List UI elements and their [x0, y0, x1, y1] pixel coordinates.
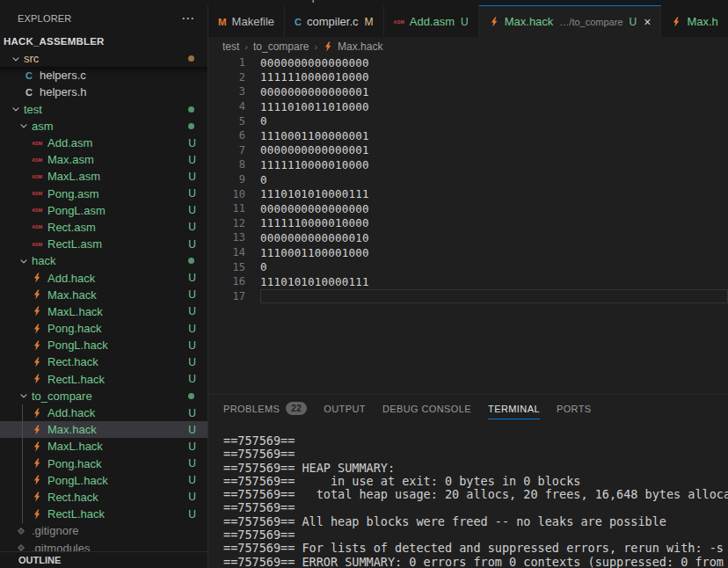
git-status-badge: U [188, 508, 196, 521]
line-text: 0000000000000000 [260, 55, 728, 70]
menu-view[interactable]: View [108, 0, 151, 5]
file-max-hack[interactable]: Max.hackU [0, 287, 207, 303]
code-line-8[interactable]: 81111110000010000 [208, 157, 728, 172]
panel-tab-label: DEBUG CONSOLE [382, 404, 471, 414]
file-rect-hack[interactable]: Rect.hackU [0, 489, 207, 506]
terminal-line: ==757569== total heap usage: 20 allocs, … [223, 488, 728, 501]
line-number: 13 [208, 231, 245, 244]
file-pongl-asm[interactable]: ASMPongL.asmU [0, 202, 207, 219]
file-gitignore[interactable]: .gitignore [0, 522, 207, 539]
code-line-1[interactable]: 10000000000000000 [208, 55, 728, 70]
file-max-asm[interactable]: ASMMax.asmU [0, 151, 207, 168]
git-status-badge: U [188, 154, 196, 166]
code-line-9[interactable]: 90 [208, 172, 728, 187]
file-maxl-hack[interactable]: MaxL.hackU [0, 303, 207, 320]
code-line-3[interactable]: 30000000000000001 [208, 84, 728, 99]
code-line-16[interactable]: 161110101010000111 [208, 274, 728, 289]
tab-add-asm[interactable]: ASMAdd.asmU [384, 5, 479, 37]
panel-tab-output[interactable]: OUTPUT [324, 395, 366, 422]
breadcrumb-separator: › [314, 41, 317, 52]
tree-item-label: MaxL.asm [47, 170, 100, 183]
tab-max-hack[interactable]: Max.hack…/to_compareU× [479, 5, 662, 37]
breadcrumb-item-test[interactable]: test [222, 40, 239, 53]
editor-content[interactable]: 1000000000000000021111110000010000300000… [208, 55, 728, 394]
file-pong-hack[interactable]: Pong.hackU [0, 320, 207, 337]
code-line-7[interactable]: 70000000000000001 [208, 143, 728, 158]
tree-item-label: MaxL.hack [47, 305, 103, 318]
code-line-17[interactable]: 17 [208, 289, 728, 304]
file-pong-hack[interactable]: Pong.hackU [0, 455, 207, 472]
menu-go[interactable]: Go [151, 0, 186, 5]
file-pongl-hack[interactable]: PongL.hackU [0, 472, 207, 489]
file-add-asm[interactable]: ASMAdd.asmU [0, 135, 207, 151]
tab-compiler-c[interactable]: Ccompiler.cM [285, 5, 383, 37]
code-line-13[interactable]: 130000000000000010 [208, 230, 728, 245]
bottom-panel: PROBLEMS22OUTPUTDEBUG CONSOLETERMINALPOR… [208, 394, 728, 568]
tab-git-state: U [630, 16, 637, 28]
file-rect-asm[interactable]: ASMRect.asmU [0, 219, 207, 236]
menu-help[interactable]: Help [286, 0, 328, 5]
tab-label: compiler.c [307, 15, 359, 28]
git-status-badge: U [188, 137, 196, 149]
menu-terminal[interactable]: Terminal [225, 0, 286, 5]
file-rectl-asm[interactable]: ASMRectL.asmU [0, 236, 207, 252]
file-maxl-asm[interactable]: ASMMaxL.asmU [0, 168, 207, 185]
panel-tab-terminal[interactable]: TERMINAL [488, 395, 540, 422]
file-add-hack[interactable]: Add.hackU [0, 404, 207, 421]
file-maxl-hack[interactable]: MaxL.hackU [0, 438, 207, 455]
tab-max-h[interactable]: Max.h [661, 5, 728, 37]
ellipsis-icon[interactable]: ⋯ [181, 11, 195, 26]
asm-icon: ASM [32, 141, 42, 146]
code-line-6[interactable]: 61110001100000001 [208, 128, 728, 143]
tab-makefile[interactable]: MMakefile [208, 5, 285, 37]
file-add-hack[interactable]: Add.hackU [0, 269, 207, 286]
folder-test[interactable]: test [0, 101, 207, 118]
line-number: 9 [208, 173, 245, 186]
code-line-10[interactable]: 101110101010000111 [208, 186, 728, 201]
panel-tab-problems[interactable]: PROBLEMS22 [223, 395, 307, 422]
panel-tab-debug-console[interactable]: DEBUG CONSOLE [382, 395, 471, 422]
code-line-12[interactable]: 121111110000010000 [208, 216, 728, 231]
code-line-15[interactable]: 150 [208, 259, 728, 274]
git-modified-dot [188, 55, 194, 62]
hack-icon [32, 340, 42, 351]
menu-selection[interactable]: Selection [44, 0, 108, 5]
file-helpers-h[interactable]: Chelpers.h [0, 84, 207, 100]
terminal-output[interactable]: ==757569====757569====757569== HEAP SUMM… [223, 434, 728, 568]
terminal-line: ==757569== [223, 448, 728, 461]
line-number: 12 [208, 217, 245, 229]
breadcrumb[interactable]: test›to_compare›Max.hack [208, 37, 728, 55]
file-rectl-hack[interactable]: RectL.hackU [0, 506, 207, 522]
git-status-badge: U [188, 457, 196, 470]
menu-run[interactable]: Run [186, 0, 225, 5]
outline-section[interactable]: OUTLINE [0, 551, 207, 568]
code-line-14[interactable]: 141110001100001000 [208, 245, 728, 260]
tree-root-hack-assembler[interactable]: HACK_ASSEMBLER [0, 33, 207, 50]
breadcrumb-item-max.hack[interactable]: Max.hack [338, 40, 382, 53]
file-max-hack[interactable]: Max.hackU [0, 421, 207, 438]
git-modified-dot [188, 123, 194, 129]
code-line-5[interactable]: 50 [208, 113, 728, 128]
folder-src[interactable]: src [0, 50, 207, 67]
tab-path-hint: …/to_compare [559, 17, 622, 27]
breadcrumb-item-to_compare[interactable]: to_compare [253, 40, 309, 53]
code-line-2[interactable]: 21111110000010000 [208, 70, 728, 85]
file-helpers-c[interactable]: Chelpers.c [0, 67, 207, 84]
file-rect-hack[interactable]: Rect.hackU [0, 353, 207, 370]
folder-hack[interactable]: hack [0, 252, 207, 269]
panel-tab-ports[interactable]: PORTS [557, 395, 592, 422]
folder-asm[interactable]: asm [0, 118, 207, 135]
terminal-line: ==757569== [223, 501, 728, 514]
tree-item-label: Max.hack [47, 288, 97, 302]
panel-tab-label: PROBLEMS [223, 404, 280, 414]
line-text: 0 [260, 113, 728, 128]
line-text: 0000000000000000 [260, 201, 728, 216]
folder-to-compare[interactable]: to_compare [0, 388, 207, 404]
menu-edit[interactable]: Edit [5, 0, 44, 5]
file-pongl-hack[interactable]: PongL.hackU [0, 337, 207, 353]
file-rectl-hack[interactable]: RectL.hackU [0, 371, 207, 388]
file-pong-asm[interactable]: ASMPong.asmU [0, 186, 207, 202]
code-line-4[interactable]: 41111010011010000 [208, 99, 728, 114]
close-icon[interactable]: × [644, 16, 651, 28]
code-line-11[interactable]: 110000000000000000 [208, 201, 728, 216]
